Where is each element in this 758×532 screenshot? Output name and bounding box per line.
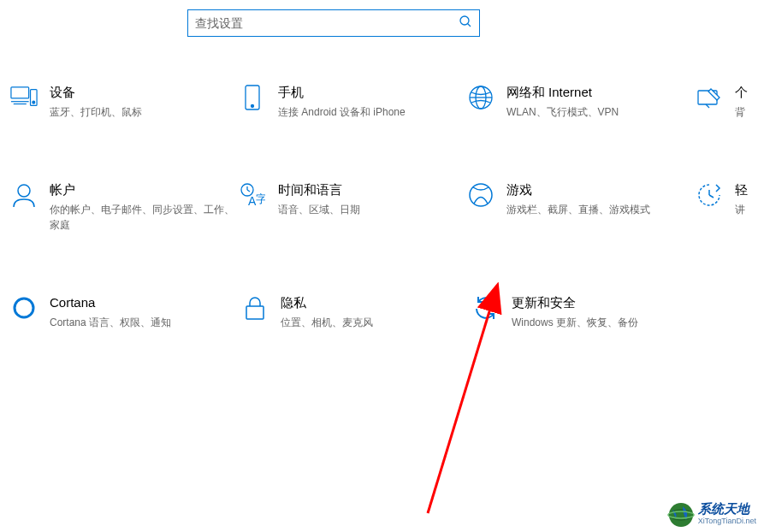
- svg-line-17: [247, 190, 250, 192]
- tile-desc: 语音、区域、日期: [278, 202, 467, 217]
- tile-devices[interactable]: 设备 蓝牙、打印机、鼠标: [10, 84, 239, 120]
- tile-desc: 讲: [735, 202, 758, 217]
- svg-text:字: 字: [256, 192, 265, 205]
- svg-point-20: [470, 184, 492, 206]
- ease-of-access-icon: [696, 181, 723, 209]
- tile-time-language[interactable]: A 字 时间和语言 语音、区域、日期: [239, 181, 467, 233]
- tile-ease-of-access[interactable]: 轻 讲: [696, 181, 758, 233]
- tile-desc: Cortana 语言、权限、通知: [50, 315, 241, 330]
- tile-personalization[interactable]: 个 背: [696, 84, 758, 120]
- svg-point-8: [251, 105, 253, 108]
- tile-title: 隐私: [281, 294, 472, 311]
- watermark: 系统天地 XiTongTianDi.net: [667, 501, 756, 529]
- tile-desc: 背: [735, 104, 758, 120]
- tile-desc: 你的帐户、电子邮件、同步设置、工作、家庭: [50, 202, 239, 233]
- tile-cortana[interactable]: Cortana Cortana 语言、权限、通知: [10, 294, 241, 330]
- tile-network[interactable]: 网络和 Internet WLAN、飞行模式、VPN: [467, 84, 696, 120]
- watermark-title: 系统天地: [698, 503, 756, 515]
- tile-title: 帐户: [50, 181, 239, 198]
- tile-desc: 蓝牙、打印机、鼠标: [50, 104, 239, 120]
- watermark-subtitle: XiTongTianDi.net: [698, 515, 756, 527]
- tile-desc: 连接 Android 设备和 iPhone: [278, 104, 467, 120]
- tile-desc: 位置、相机、麦克风: [281, 315, 472, 330]
- svg-line-22: [709, 195, 714, 198]
- time-language-icon: A 字: [239, 181, 266, 209]
- tile-desc: WLAN、飞行模式、VPN: [506, 104, 696, 120]
- tile-title: 个: [735, 84, 758, 101]
- tile-update-security[interactable]: 更新和安全 Windows 更新、恢复、备份: [472, 294, 703, 330]
- user-icon: [10, 181, 38, 209]
- svg-point-14: [18, 185, 30, 197]
- personalization-icon: [696, 84, 723, 111]
- tile-phone[interactable]: 手机 连接 Android 设备和 iPhone: [239, 84, 467, 120]
- tile-title: Cortana: [50, 294, 241, 311]
- svg-point-23: [15, 299, 33, 317]
- tile-desc: Windows 更新、恢复、备份: [512, 315, 703, 330]
- svg-point-26: [669, 503, 693, 527]
- devices-icon: [10, 84, 38, 111]
- tile-privacy[interactable]: 隐私 位置、相机、麦克风: [241, 294, 472, 330]
- watermark-globe-icon: [667, 501, 695, 529]
- tile-title: 游戏: [506, 181, 696, 198]
- svg-line-1: [468, 24, 471, 27]
- svg-rect-2: [11, 87, 29, 98]
- search-box[interactable]: [187, 9, 480, 37]
- cortana-icon: [10, 294, 38, 322]
- tile-gaming[interactable]: 游戏 游戏栏、截屏、直播、游戏模式: [467, 181, 696, 233]
- tile-accounts[interactable]: 帐户 你的帐户、电子邮件、同步设置、工作、家庭: [10, 181, 239, 233]
- search-icon: [459, 15, 472, 32]
- phone-icon: [239, 84, 266, 111]
- tile-title: 手机: [278, 84, 467, 101]
- tile-title: 轻: [735, 181, 758, 198]
- tile-title: 网络和 Internet: [506, 84, 696, 101]
- search-input[interactable]: [195, 16, 459, 30]
- tile-title: 时间和语言: [278, 181, 467, 198]
- globe-icon: [467, 84, 494, 111]
- lock-icon: [241, 294, 269, 322]
- tile-title: 设备: [50, 84, 239, 101]
- svg-rect-24: [246, 306, 264, 319]
- tile-title: 更新和安全: [512, 294, 703, 311]
- svg-point-6: [33, 101, 35, 103]
- xbox-icon: [467, 181, 494, 209]
- tile-desc: 游戏栏、截屏、直播、游戏模式: [506, 202, 696, 217]
- sync-icon: [472, 294, 500, 322]
